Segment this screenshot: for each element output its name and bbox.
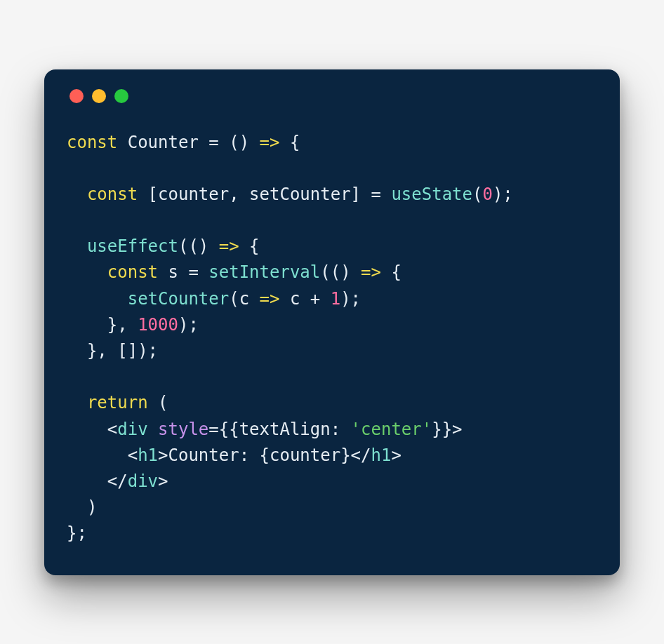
code-token: { — [381, 262, 401, 282]
code-token: h1 — [138, 445, 158, 465]
code-block: const Counter = () => { const [counter, … — [67, 130, 597, 547]
code-token: const — [67, 133, 128, 152]
code-token: }, — [67, 315, 138, 335]
code-token: => — [219, 236, 239, 256]
code-window: const Counter = () => { const [counter, … — [44, 69, 620, 575]
code-token: }; — [67, 523, 87, 543]
code-token — [67, 236, 87, 256]
code-token: div — [128, 471, 158, 491]
code-token: (() — [320, 262, 361, 282]
traffic-lights — [69, 89, 597, 103]
code-token — [67, 289, 128, 309]
code-token: ); — [493, 185, 513, 204]
code-token: </ — [67, 471, 128, 491]
code-token: { — [239, 236, 260, 256]
code-token: return — [87, 393, 158, 412]
code-token — [67, 393, 87, 412]
code-token: > — [391, 445, 401, 465]
code-token: s = — [168, 262, 209, 282]
code-token: div — [117, 420, 158, 439]
code-token: useEffect — [87, 236, 178, 256]
code-token: ); — [340, 289, 361, 309]
code-token: (c — [229, 289, 259, 309]
code-token: c + — [279, 289, 330, 309]
code-token: ( — [472, 185, 482, 204]
code-token: < — [67, 420, 117, 439]
code-token: ( — [158, 393, 168, 412]
code-token — [67, 262, 107, 282]
close-icon[interactable] — [69, 89, 84, 103]
code-token: Counter = () — [128, 133, 260, 152]
code-token: const — [107, 262, 168, 282]
code-token: (() — [178, 236, 219, 256]
code-token: >Counter: {counter}</ — [158, 445, 371, 465]
code-token: => — [260, 289, 280, 309]
code-token: => — [361, 262, 381, 282]
code-token: style — [158, 420, 208, 439]
code-token: 'center' — [351, 420, 432, 439]
code-token — [67, 185, 87, 204]
code-token: 1 — [331, 289, 340, 309]
code-token: 1000 — [138, 315, 178, 335]
code-token: setCounter — [128, 289, 230, 309]
code-token: ={{textAlign: — [208, 420, 350, 439]
code-token: }}> — [432, 420, 462, 439]
code-token: => — [260, 133, 280, 152]
minimize-icon[interactable] — [92, 89, 106, 103]
code-token: ) — [67, 497, 97, 517]
code-token: < — [67, 445, 138, 465]
code-token: [counter, setCounter] = — [148, 185, 392, 204]
code-token: ); — [178, 315, 199, 335]
code-token: > — [158, 471, 168, 491]
code-token: }, []); — [67, 341, 158, 361]
code-token: 0 — [482, 185, 492, 204]
maximize-icon[interactable] — [114, 89, 128, 103]
code-token: useState — [391, 185, 472, 204]
code-token: { — [279, 133, 300, 152]
code-token: const — [87, 185, 148, 204]
code-token: h1 — [371, 445, 392, 465]
code-token: setInterval — [208, 262, 320, 282]
